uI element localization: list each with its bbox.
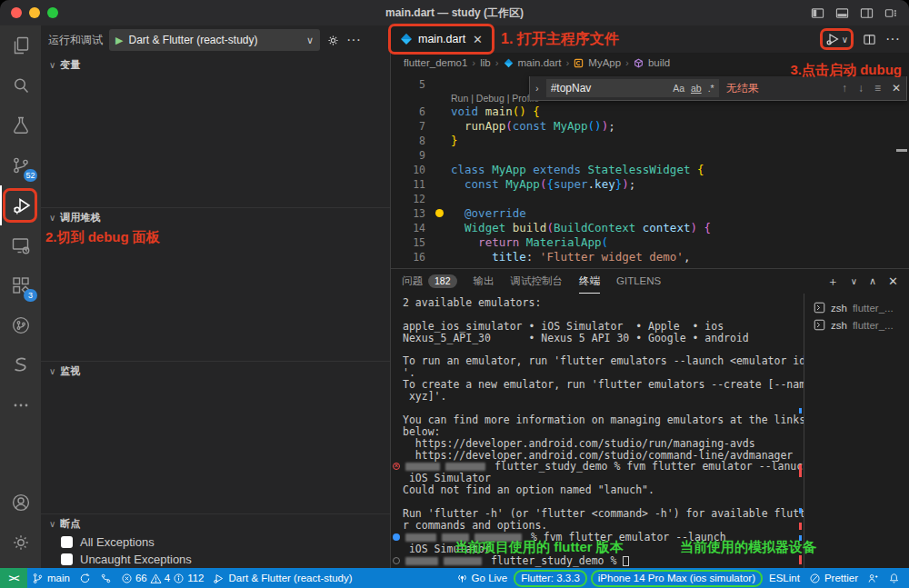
split-editor-icon[interactable] — [863, 33, 876, 46]
notifications-button[interactable] — [884, 568, 909, 588]
code-editor[interactable]: 5Run | Debug | Profile6void main() {7 ru… — [391, 73, 909, 268]
find-input[interactable] — [547, 82, 647, 95]
views-more-icon[interactable]: ··· — [346, 32, 361, 48]
find-input-box[interactable]: Aa ab .* — [546, 79, 719, 97]
close-window-button[interactable] — [11, 7, 22, 18]
whole-word-icon[interactable]: ab — [691, 83, 702, 94]
tab-problems[interactable]: 问题182 — [402, 269, 457, 294]
remote-indicator[interactable]: >< — [0, 568, 27, 588]
sidebar-item-search[interactable] — [0, 65, 41, 105]
sidebar-item-explorer[interactable] — [0, 25, 41, 65]
editor-scrollbar-mark[interactable] — [896, 149, 907, 152]
code-line[interactable]: 16 title: 'Flutter widget demo', — [391, 250, 909, 264]
sidebar-item-testing[interactable] — [0, 105, 41, 145]
eslint-status[interactable]: ESLint — [764, 568, 804, 588]
terminal-list-item[interactable]: zsh flutter_... — [804, 316, 909, 334]
code-line[interactable]: 6void main() { — [391, 105, 909, 119]
go-live-status[interactable]: Go Live — [452, 568, 513, 588]
feedback-button[interactable] — [863, 568, 884, 588]
toggle-sidebar-icon[interactable] — [811, 6, 824, 20]
tab-terminal[interactable]: 终端 — [579, 269, 600, 294]
sync-status[interactable] — [75, 568, 95, 588]
sidebar-item-branch-circle[interactable] — [0, 305, 41, 345]
code-line[interactable]: 11 const MyApp({super.key}); — [391, 177, 909, 192]
terminal-list-item[interactable]: zsh flutter_... — [804, 299, 909, 316]
regex-icon[interactable]: .* — [708, 83, 714, 94]
flutter-version-status[interactable]: Flutter: 3.3.3 — [514, 570, 587, 587]
breakpoint-all-exceptions[interactable]: All Exceptions — [41, 533, 390, 551]
breakpoint-uncaught-exceptions[interactable]: Uncaught Exceptions — [41, 551, 390, 568]
debug-config-status[interactable]: Dart & Flutter (react-study) — [208, 568, 356, 588]
more-actions-icon[interactable]: ··· — [885, 31, 900, 47]
breadcrumb-file[interactable]: main.dart — [518, 57, 562, 68]
branch-status[interactable]: main — [27, 568, 75, 588]
tab-gitlens[interactable]: GITLENS — [616, 269, 661, 294]
code-line[interactable]: 8} — [391, 134, 909, 148]
sidebar-item-run-debug[interactable] — [0, 185, 41, 225]
new-terminal-icon[interactable]: ＋ — [827, 274, 839, 290]
command-decoration-run[interactable] — [393, 533, 400, 541]
next-match-icon[interactable]: ↓ — [858, 82, 864, 95]
device-status[interactable]: iPhone 14 Pro Max (ios simulator) — [591, 570, 763, 587]
code-line[interactable]: 15 return MaterialApp( — [391, 235, 909, 250]
find-in-selection-icon[interactable]: ≡ — [874, 82, 881, 95]
customize-layout-icon[interactable] — [884, 6, 898, 20]
checkbox[interactable] — [61, 553, 73, 565]
code-line[interactable]: 12 — [391, 192, 909, 206]
breadcrumb-folder[interactable]: lib — [480, 57, 491, 68]
section-variables[interactable]: ∨变量 — [41, 55, 390, 75]
breadcrumb-class[interactable]: MyApp — [588, 57, 621, 68]
close-icon[interactable]: ✕ — [892, 82, 901, 95]
find-expand-chevron-icon[interactable]: › — [535, 83, 539, 94]
sidebar-item-s-extension[interactable] — [0, 345, 41, 385]
tab-main-dart[interactable]: main.dart ✕ — [391, 25, 492, 53]
breadcrumb-method[interactable]: build — [648, 57, 670, 68]
start-debug-play-icon[interactable]: ▶ — [115, 35, 123, 46]
more-views-button[interactable] — [0, 385, 41, 425]
minimize-window-button[interactable] — [29, 7, 40, 18]
toggle-panel-icon[interactable] — [835, 6, 849, 20]
tab-output[interactable]: 输出 — [474, 269, 494, 294]
terminal-line: To run an emulator, run 'flutter emulato… — [391, 355, 804, 367]
problems-count-badge: 182 — [428, 274, 457, 288]
terminal-output[interactable]: 2 available emulators:apple_ios_simulato… — [391, 294, 804, 568]
toggle-secondary-sidebar-icon[interactable] — [860, 6, 874, 20]
match-case-icon[interactable]: Aa — [673, 83, 684, 94]
tab-label: main.dart — [418, 33, 465, 45]
chevron-down-icon: ∨ — [49, 519, 55, 529]
account-button[interactable] — [0, 483, 41, 523]
launch-config-dropdown[interactable]: ▶ Dart & Flutter (react-study) ∨ — [109, 29, 320, 51]
code-line[interactable]: 13 @override — [391, 206, 909, 221]
code-line[interactable]: 9 — [391, 148, 909, 163]
sidebar-item-extensions[interactable]: 3 — [0, 265, 41, 305]
lightbulb-icon[interactable] — [435, 209, 444, 217]
annotation-box-run-button: ∨ — [820, 28, 854, 50]
prettier-status[interactable]: Prettier — [804, 568, 863, 588]
chevron-down-icon[interactable]: ∨ — [842, 35, 848, 45]
code-line[interactable]: 7 runApp(const MyApp()); — [391, 119, 909, 134]
close-icon[interactable]: ✕ — [473, 33, 483, 46]
close-panel-icon[interactable]: ✕ — [888, 274, 898, 288]
settings-button[interactable] — [0, 523, 41, 563]
problems-status[interactable]: 66 4 112 — [116, 568, 209, 588]
sidebar-item-source-control[interactable]: 52 — [0, 145, 41, 185]
maximize-panel-icon[interactable]: ∧ — [869, 275, 876, 287]
checkbox[interactable] — [61, 536, 73, 548]
command-decoration-error[interactable] — [393, 463, 400, 470]
code-line[interactable]: 14 Widget build(BuildContext context) { — [391, 221, 909, 235]
breadcrumb-project[interactable]: flutter_demo1 — [404, 57, 467, 68]
tab-debug-console[interactable]: 调试控制台 — [511, 269, 564, 294]
zoom-window-button[interactable] — [47, 7, 58, 18]
compare-changes[interactable] — [95, 568, 116, 588]
section-breakpoints[interactable]: ∨断点 — [41, 513, 390, 533]
sidebar-item-remote-explorer[interactable] — [0, 225, 41, 265]
command-decoration-idle[interactable] — [393, 557, 400, 564]
section-call-stack[interactable]: ∨调用堆栈 — [41, 207, 390, 227]
terminal-dropdown-icon[interactable]: ∨ — [851, 276, 857, 286]
code-line[interactable]: 10class MyApp extends StatelessWidget { — [391, 163, 909, 177]
debug-settings-gear-icon[interactable] — [326, 34, 340, 47]
section-watch[interactable]: ∨监视 — [41, 361, 390, 381]
watch-body — [41, 381, 390, 513]
debug-run-icon[interactable] — [825, 32, 840, 46]
previous-match-icon[interactable]: ↑ — [842, 82, 847, 95]
